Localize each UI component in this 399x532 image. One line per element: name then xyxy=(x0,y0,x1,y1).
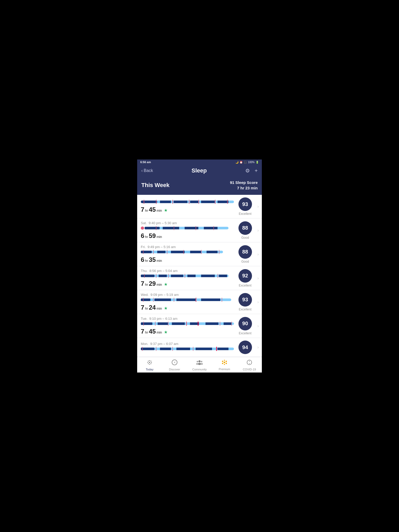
score-circle-top: 93 xyxy=(238,197,252,211)
sleep-entry-wed[interactable]: Wed. 9:09 pm – 5:19 am xyxy=(137,290,262,314)
svg-point-14 xyxy=(141,227,144,230)
svg-rect-20 xyxy=(156,226,156,230)
svg-rect-74 xyxy=(160,348,171,350)
sleep-entry-tue[interactable]: Tue. 9:10 pm – 6:13 am xyxy=(137,314,262,338)
discover-icon xyxy=(171,359,178,367)
svg-rect-77 xyxy=(217,348,228,350)
svg-rect-50 xyxy=(155,298,171,301)
nav-covid19-label: COVID-19 xyxy=(243,368,256,371)
svg-point-96 xyxy=(198,363,201,365)
svg-rect-73 xyxy=(141,348,155,350)
nav-covid19[interactable]: COVID-19 xyxy=(240,359,258,371)
app-container: 6:56 am 🌙 ⏰ 🎧 100% 🔋 ‹ Back Sleep ⚙ + Th… xyxy=(137,159,262,373)
nav-discover[interactable]: Discover xyxy=(165,359,184,371)
score-label-fri: Good xyxy=(241,260,249,263)
score-circle-tue: 90 xyxy=(238,317,252,330)
svg-rect-47 xyxy=(217,274,218,278)
this-week-label: This Week xyxy=(141,182,169,189)
moon-icon: 🌙 xyxy=(235,161,238,164)
svg-rect-53 xyxy=(143,298,143,302)
svg-rect-16 xyxy=(145,227,160,229)
back-button[interactable]: ‹ Back xyxy=(141,168,153,173)
svg-rect-2 xyxy=(160,201,171,203)
svg-rect-4 xyxy=(190,201,198,203)
headphones-icon: 🎧 xyxy=(244,161,247,164)
score-circle-sat: 88 xyxy=(238,221,252,235)
sleep-entry-sat[interactable]: Sat. 9:40 pm – 5:30 am xyxy=(137,218,262,242)
nav-premium[interactable]: Premium xyxy=(215,359,234,371)
chevron-icon-sat: › xyxy=(257,228,259,233)
svg-rect-1 xyxy=(141,201,157,203)
svg-rect-80 xyxy=(172,347,173,351)
nav-community-label: Community xyxy=(192,368,207,371)
sleep-entry-top[interactable]: 7 hr 45 min ★ 93 Excellent › xyxy=(137,195,262,218)
svg-point-89 xyxy=(149,364,150,365)
sleep-entries-list[interactable]: 7 hr 45 min ★ 93 Excellent › Sat. 9:40 p… xyxy=(137,195,262,357)
svg-rect-41 xyxy=(201,275,215,277)
svg-rect-8 xyxy=(156,200,157,204)
svg-rect-79 xyxy=(156,347,156,351)
svg-rect-55 xyxy=(174,298,174,302)
header: ‹ Back Sleep ⚙ + xyxy=(137,165,262,178)
score-label-wed: Excellent xyxy=(239,308,251,311)
svg-point-100 xyxy=(201,363,203,365)
svg-rect-52 xyxy=(201,298,220,301)
svg-rect-56 xyxy=(196,298,196,302)
svg-rect-17 xyxy=(163,227,179,229)
nav-community[interactable]: Community xyxy=(190,359,209,371)
svg-rect-9 xyxy=(172,200,173,204)
svg-rect-18 xyxy=(185,227,198,229)
sleep-entry-mon[interactable]: Mon. 9:37 pm – 6:07 am xyxy=(137,338,262,357)
svg-rect-23 xyxy=(214,226,214,230)
svg-rect-68 xyxy=(186,322,187,326)
svg-rect-33 xyxy=(183,250,184,254)
svg-rect-81 xyxy=(193,347,193,351)
svg-point-90 xyxy=(148,362,148,363)
week-sleep-score: 91 Sleep Score xyxy=(230,180,258,185)
svg-rect-64 xyxy=(224,322,231,325)
svg-rect-37 xyxy=(141,275,155,277)
entry-right-top: 93 Excellent xyxy=(236,197,254,216)
chevron-icon-tue: › xyxy=(257,324,259,328)
entry-duration-fri: 6 hr 35 min xyxy=(141,256,234,263)
svg-rect-39 xyxy=(171,275,183,277)
svg-rect-82 xyxy=(216,347,217,351)
svg-rect-59 xyxy=(141,322,152,325)
score-circle-fri: 88 xyxy=(238,245,252,259)
covid19-icon xyxy=(246,359,253,367)
svg-rect-78 xyxy=(142,347,143,351)
chevron-icon-thu: › xyxy=(257,276,259,281)
week-avg-duration: 7 hr 23 min xyxy=(230,185,258,191)
chevron-icon-wed: › xyxy=(257,300,259,304)
status-bar: 6:56 am 🌙 ⏰ 🎧 100% 🔋 xyxy=(137,159,262,165)
svg-rect-32 xyxy=(167,250,167,254)
sleep-bar-top xyxy=(141,200,234,205)
star-icon-thu: ★ xyxy=(164,282,168,287)
battery-icon: 🔋 xyxy=(256,161,259,164)
svg-rect-49 xyxy=(141,298,150,301)
score-label-tue: Excellent xyxy=(239,331,251,335)
svg-rect-40 xyxy=(187,275,196,277)
entry-day-time-mon: Mon. 9:37 pm – 6:07 am xyxy=(141,342,234,346)
svg-point-98 xyxy=(196,363,198,365)
svg-rect-46 xyxy=(185,274,185,278)
nav-today[interactable]: Today xyxy=(141,359,159,371)
nav-today-label: Today xyxy=(146,368,153,371)
entry-day-time-thu: Thu. 8:56 pm – 5:04 am xyxy=(141,269,234,273)
svg-rect-70 xyxy=(220,322,220,326)
svg-rect-28 xyxy=(190,251,201,253)
week-score-info: 91 Sleep Score 7 hr 23 min xyxy=(230,180,258,191)
add-icon[interactable]: + xyxy=(255,168,258,174)
svg-rect-38 xyxy=(159,275,167,277)
premium-icon xyxy=(221,359,228,367)
bottom-navigation: Today Discover xyxy=(137,357,262,373)
svg-point-83 xyxy=(149,362,150,363)
svg-point-101 xyxy=(224,362,225,363)
settings-icon[interactable]: ⚙ xyxy=(245,168,250,174)
sleep-entry-fri[interactable]: Fri. 9:49 pm – 5:16 am xyxy=(137,242,262,266)
score-label-sat: Good xyxy=(241,236,249,240)
svg-rect-67 xyxy=(168,322,169,326)
svg-point-95 xyxy=(198,360,201,362)
entry-day-time-wed: Wed. 9:09 pm – 5:19 am xyxy=(141,293,234,297)
sleep-entry-thu[interactable]: Thu. 8:56 pm – 5:04 am xyxy=(137,266,262,290)
